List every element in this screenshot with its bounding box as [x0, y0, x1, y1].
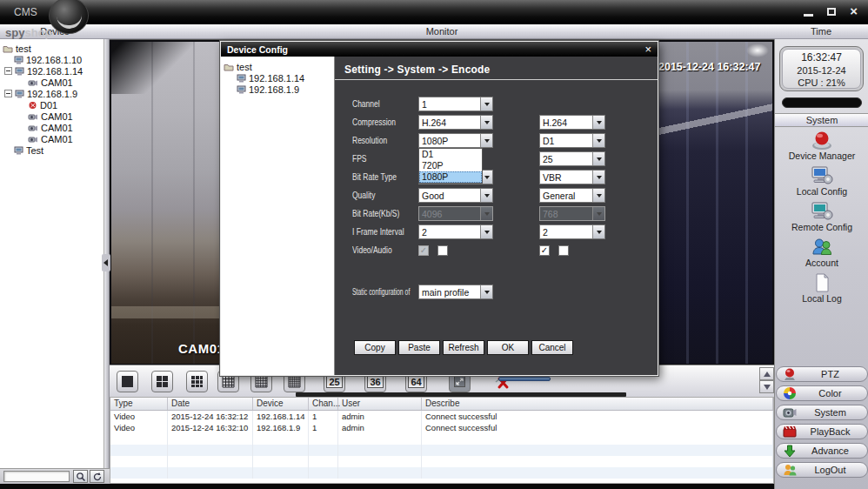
dialog-titlebar[interactable]: Device Config ×	[221, 42, 658, 57]
tree-item-alarm[interactable]: D01	[0, 99, 103, 111]
chevron-down-icon[interactable]	[592, 189, 604, 202]
bitrate-row: Bit Rate(Kb/S) 4096 768	[335, 206, 658, 221]
collapse-expander-icon[interactable]	[4, 67, 12, 75]
copy-button[interactable]: Copy	[354, 340, 396, 355]
tree-item-group-test[interactable]: test	[0, 43, 103, 54]
account-button[interactable]: Account	[775, 237, 868, 271]
dialog-tree-item-device[interactable]: 192.168.1.14	[221, 72, 334, 84]
remote-config-button[interactable]: Remote Config	[775, 201, 868, 236]
refresh-button[interactable]	[90, 470, 104, 483]
time-display-panel: 16:32:47 2015-12-24 CPU : 21%	[779, 46, 864, 91]
dropdown-option-selected[interactable]: 1080P	[419, 171, 482, 183]
chevron-down-icon[interactable]	[592, 116, 604, 129]
chevron-down-icon[interactable]	[480, 134, 492, 147]
system-button[interactable]: System	[776, 405, 868, 420]
local-log-button[interactable]: Local Log	[775, 272, 868, 307]
collapse-expander-icon[interactable]	[4, 90, 12, 97]
minimize-icon[interactable]	[804, 14, 813, 17]
iframe-select-main[interactable]: 2	[418, 224, 493, 239]
chevron-down-icon[interactable]	[480, 116, 492, 129]
chevron-down-icon[interactable]	[592, 171, 604, 184]
clock-time: 16:32:47	[783, 51, 860, 64]
bitrate-type-select-sub[interactable]: VBR	[539, 170, 605, 184]
ok-button[interactable]: OK	[487, 340, 529, 355]
tree-item-device[interactable]: Test	[0, 144, 103, 156]
chevron-down-icon[interactable]	[480, 285, 492, 298]
dialog-buttons: Copy Paste Refresh OK Cancel	[354, 340, 576, 355]
device-icon	[14, 56, 23, 64]
table-row[interactable]: Video 2015-12-24 16:32:10 192.168.1.9 1 …	[110, 422, 773, 433]
playback-button[interactable]: PlayBack	[776, 424, 868, 439]
camera-icon	[28, 135, 38, 144]
channel-select[interactable]: 1	[418, 97, 493, 111]
tree-item-device[interactable]: 192.168.1.10	[0, 54, 103, 65]
tree-item-camera[interactable]: CAM01	[0, 77, 103, 88]
ptz-button[interactable]: PTZ	[776, 366, 868, 382]
dialog-close-icon[interactable]: ×	[644, 44, 651, 55]
device-manager-button[interactable]: Device Manager	[775, 130, 868, 164]
column-header[interactable]: Describe	[422, 398, 773, 410]
scroll-up-button[interactable]	[759, 367, 774, 380]
camera-icon	[28, 124, 38, 132]
tree-item-camera[interactable]: CAM01	[0, 133, 103, 144]
video-camera-icon	[783, 405, 797, 419]
collapse-panel-arrow-icon[interactable]	[102, 254, 110, 271]
window-controls: ×	[804, 5, 858, 17]
color-button[interactable]: Color	[776, 385, 868, 401]
audio-checkbox-sub[interactable]	[558, 245, 569, 256]
advance-button[interactable]: Advance	[776, 443, 868, 459]
maximize-icon[interactable]	[827, 8, 836, 16]
video-feed-right[interactable]: 2015-12-24 16:32:47	[657, 42, 772, 364]
resolution-select-sub[interactable]: D1	[539, 133, 605, 148]
chevron-down-icon	[592, 207, 604, 220]
quality-select-sub[interactable]: General	[539, 188, 605, 203]
bottom-status-strip	[0, 484, 774, 489]
chevron-down-icon[interactable]	[480, 97, 492, 111]
iframe-select-sub[interactable]: 2	[539, 224, 605, 239]
close-icon[interactable]: ×	[850, 5, 858, 17]
video-checkbox-main[interactable]: ✓	[418, 245, 429, 256]
search-button[interactable]	[73, 470, 88, 483]
chevron-down-icon[interactable]	[480, 225, 492, 238]
layout-1-button[interactable]	[117, 371, 138, 392]
column-header[interactable]: User	[338, 398, 422, 410]
compression-select-main[interactable]: H.264	[418, 115, 493, 130]
audio-checkbox-main[interactable]	[437, 245, 448, 256]
cancel-button[interactable]: Cancel	[531, 340, 573, 355]
logout-button[interactable]: LogOut	[776, 462, 868, 478]
tree-item-camera[interactable]: CAM01	[0, 111, 103, 122]
dropdown-option[interactable]: 720P	[419, 160, 482, 171]
tree-item-camera[interactable]: CAM01	[0, 122, 103, 133]
resolution-select-main[interactable]: 1080P	[418, 133, 493, 148]
refresh-button[interactable]: Refresh	[443, 340, 484, 355]
local-config-button[interactable]: Local Config	[775, 165, 868, 200]
column-header[interactable]: Date	[168, 398, 253, 410]
chevron-down-icon[interactable]	[592, 152, 604, 165]
dialog-tree-item-root[interactable]: test	[221, 61, 334, 72]
clock-date: 2015-12-24	[783, 64, 860, 77]
dropdown-option[interactable]: D1	[419, 149, 482, 160]
column-header[interactable]: Device	[253, 398, 309, 410]
search-input[interactable]	[3, 471, 70, 482]
static-config-row: Static configuration of main profile	[335, 285, 658, 299]
tree-item-device[interactable]: 192.168.1.14	[0, 65, 103, 77]
scroll-down-button[interactable]	[759, 380, 774, 393]
chevron-down-icon[interactable]	[480, 189, 492, 202]
paste-button[interactable]: Paste	[398, 340, 440, 355]
column-header[interactable]: Type	[110, 398, 168, 410]
compression-select-sub[interactable]: H.264	[539, 115, 605, 130]
quality-select-main[interactable]: Good	[418, 188, 493, 203]
column-header[interactable]: Chan...	[309, 398, 338, 410]
layout-9-button[interactable]	[186, 371, 208, 392]
fps-select-sub[interactable]: 25	[539, 151, 605, 166]
table-row[interactable]: Video 2015-12-24 16:32:12 192.168.1.14 1…	[110, 411, 773, 422]
tree-item-device[interactable]: 192.168.1.9	[0, 88, 103, 99]
volume-slider[interactable]	[498, 377, 551, 381]
profile-select[interactable]: main profile	[418, 285, 493, 299]
layout-4-button[interactable]	[151, 371, 173, 392]
compression-row: Compression H.264 H.264	[335, 115, 658, 130]
chevron-down-icon[interactable]	[592, 225, 604, 238]
chevron-down-icon[interactable]	[592, 134, 604, 147]
video-checkbox-sub[interactable]: ✓	[539, 245, 550, 256]
dialog-tree-item-device[interactable]: 192.168.1.9	[221, 84, 334, 95]
